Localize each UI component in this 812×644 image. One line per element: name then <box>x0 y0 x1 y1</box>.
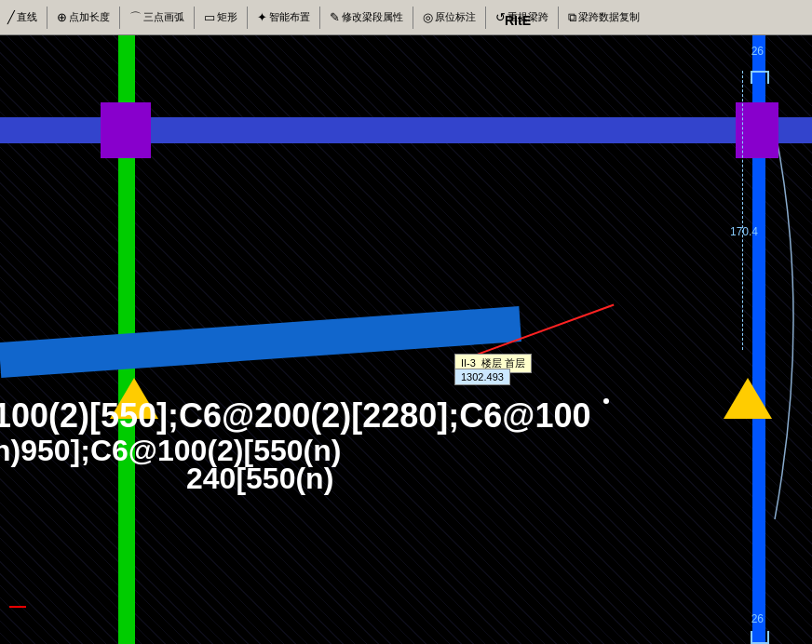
smart-icon: ✦ <box>257 10 267 24</box>
tooltip-header: II-3 <box>461 357 476 369</box>
toolbar-smart-btn[interactable]: ✦ 智能布置 <box>253 8 314 26</box>
arc-icon: ⌒ <box>129 9 142 26</box>
dimension-170-label: 170.4 <box>730 225 758 238</box>
toolbar-edit-beam-label: 修改梁段属性 <box>342 10 403 24</box>
annotation-icon: ◎ <box>423 10 433 24</box>
separator-5 <box>319 7 320 29</box>
red-cross-indicator: — <box>9 597 26 616</box>
annotation-text-1: 100(2)[550];C6@200(2)[2280];C6@100 <box>0 396 591 436</box>
toolbar-rect-label: 矩形 <box>217 10 237 24</box>
toolbar-zhixian-label: 直线 <box>17 10 37 24</box>
toolbar-annotation-label: 原位标注 <box>435 10 476 24</box>
separator-4 <box>247 7 248 29</box>
toolbar-edit-beam-btn[interactable]: ✎ 修改梁段属性 <box>326 8 407 26</box>
diagonal-blue-beam <box>0 306 521 378</box>
separator-7 <box>485 7 486 29</box>
dimension-marker-top <box>751 71 769 84</box>
dimension-26-top: 26 <box>751 45 764 58</box>
annotation-text-3: 240[550(n) <box>186 462 333 496</box>
toolbar-rect-btn[interactable]: ▭ 矩形 <box>200 8 241 26</box>
rect-icon: ▭ <box>204 10 215 24</box>
toolbar-point-length-btn[interactable]: ⊕ 点加长度 <box>53 8 114 26</box>
dimension-26-bottom: 26 <box>751 612 764 625</box>
toolbar-arc-label: 三点画弧 <box>143 10 184 24</box>
tooltip-value: 1302.493 <box>454 369 510 385</box>
canvas-area: 26 170.4 26 100(2)[550];C6@200(2)[2280];… <box>0 35 812 644</box>
point-icon: ⊕ <box>57 10 67 24</box>
toolbar-smart-label: 智能布置 <box>269 10 310 24</box>
separator-3 <box>194 7 195 29</box>
dimension-marker-bottom <box>751 631 769 644</box>
tooltip-layer: 楼层 首层 <box>481 357 525 369</box>
purple-joint-left <box>101 102 151 158</box>
copy-icon: ⧉ <box>568 10 576 25</box>
toolbar-annotation-btn[interactable]: ◎ 原位标注 <box>419 8 480 26</box>
toolbar-copy-btn[interactable]: ⧉ 梁跨数据复制 <box>564 8 643 27</box>
separator-1 <box>47 7 47 29</box>
cursor-position <box>603 398 609 404</box>
toolbar-zhixian-btn[interactable]: ╱ 直线 <box>4 8 41 26</box>
separator-6 <box>413 7 413 29</box>
separator-2 <box>119 7 120 29</box>
dimension-line-right <box>742 71 743 350</box>
separator-8 <box>558 7 559 29</box>
line-icon: ╱ <box>7 10 15 24</box>
support-triangle-right <box>724 378 772 419</box>
toolbar-copy-label: 梁跨数据复制 <box>578 10 640 24</box>
toolbar-point-length-label: 点加长度 <box>69 10 110 24</box>
toolbar-arc-btn[interactable]: ⌒ 三点画弧 <box>126 7 188 28</box>
arc-curve <box>626 128 812 519</box>
toolbar: ╱ 直线 ⊕ 点加长度 ⌒ 三点画弧 ▭ 矩形 ✦ 智能布置 ✎ 修改梁段属性 … <box>0 0 812 35</box>
rite-label: RItE <box>505 13 531 28</box>
edit-icon: ✎ <box>330 10 340 24</box>
